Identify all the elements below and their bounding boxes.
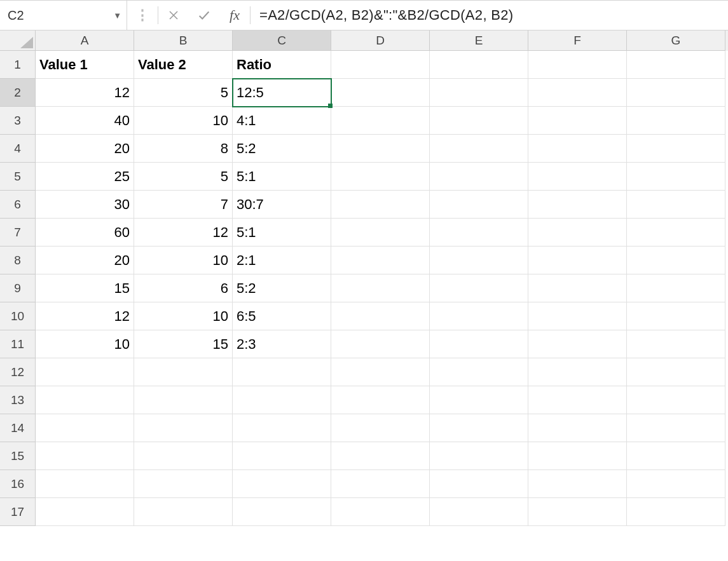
cell-B13[interactable]: [134, 386, 233, 414]
cell-C6[interactable]: 30:7: [233, 191, 331, 219]
cell-E5[interactable]: [430, 163, 528, 191]
cell-G8[interactable]: [627, 247, 725, 274]
cell-D16[interactable]: [331, 470, 430, 498]
cell-G12[interactable]: [627, 358, 725, 386]
cell-B2[interactable]: 5: [134, 79, 233, 107]
cell-B14[interactable]: [134, 414, 233, 442]
cell-F3[interactable]: [528, 107, 627, 135]
row-header-12[interactable]: 12: [0, 358, 36, 386]
cell-A1[interactable]: Value 1: [36, 51, 134, 79]
cell-E2[interactable]: [430, 79, 528, 107]
cell-A10[interactable]: 12: [36, 302, 134, 330]
cell-E12[interactable]: [430, 358, 528, 386]
cell-A3[interactable]: 40: [36, 107, 134, 135]
cell-F4[interactable]: [528, 135, 627, 163]
cell-E13[interactable]: [430, 386, 528, 414]
row-header-16[interactable]: 16: [0, 470, 36, 498]
cell-G4[interactable]: [627, 135, 725, 163]
cell-E14[interactable]: [430, 414, 528, 442]
cell-A15[interactable]: [36, 442, 134, 470]
cell-G17[interactable]: [627, 498, 725, 526]
cell-C4[interactable]: 5:2: [233, 135, 331, 163]
name-box[interactable]: C2 ▼: [0, 1, 127, 30]
cell-D1[interactable]: [331, 51, 430, 79]
cell-F1[interactable]: [528, 51, 627, 79]
cell-F15[interactable]: [528, 442, 627, 470]
cell-B7[interactable]: 12: [134, 219, 233, 247]
cell-F7[interactable]: [528, 219, 627, 247]
column-header-E[interactable]: E: [430, 30, 528, 51]
cell-E8[interactable]: [430, 247, 528, 274]
cell-C17[interactable]: [233, 498, 331, 526]
cell-C16[interactable]: [233, 470, 331, 498]
row-header-9[interactable]: 9: [0, 274, 36, 302]
cell-G11[interactable]: [627, 330, 725, 358]
cell-E15[interactable]: [430, 442, 528, 470]
cell-A9[interactable]: 15: [36, 274, 134, 302]
cell-G9[interactable]: [627, 274, 725, 302]
cell-F8[interactable]: [528, 247, 627, 274]
cell-B10[interactable]: 10: [134, 302, 233, 330]
cell-G7[interactable]: [627, 219, 725, 247]
cell-D7[interactable]: [331, 219, 430, 247]
cell-B15[interactable]: [134, 442, 233, 470]
column-header-C[interactable]: C: [233, 30, 331, 51]
chevron-down-icon[interactable]: ▼: [113, 11, 121, 20]
fx-icon[interactable]: fx: [219, 1, 250, 30]
cell-A17[interactable]: [36, 498, 134, 526]
cell-G13[interactable]: [627, 386, 725, 414]
enter-button[interactable]: [189, 1, 219, 30]
row-header-14[interactable]: 14: [0, 414, 36, 442]
cell-A12[interactable]: [36, 358, 134, 386]
cell-F10[interactable]: [528, 302, 627, 330]
cell-C12[interactable]: [233, 358, 331, 386]
cell-B8[interactable]: 10: [134, 247, 233, 274]
cancel-button[interactable]: [158, 1, 189, 30]
cell-G15[interactable]: [627, 442, 725, 470]
row-header-15[interactable]: 15: [0, 442, 36, 470]
cell-F12[interactable]: [528, 358, 627, 386]
row-header-11[interactable]: 11: [0, 330, 36, 358]
row-header-7[interactable]: 7: [0, 219, 36, 247]
cell-D9[interactable]: [331, 274, 430, 302]
row-header-5[interactable]: 5: [0, 163, 36, 191]
cell-D17[interactable]: [331, 498, 430, 526]
column-header-B[interactable]: B: [134, 30, 233, 51]
cell-A14[interactable]: [36, 414, 134, 442]
cell-F5[interactable]: [528, 163, 627, 191]
cell-D4[interactable]: [331, 135, 430, 163]
row-header-17[interactable]: 17: [0, 498, 36, 526]
row-header-4[interactable]: 4: [0, 135, 36, 163]
cell-C1[interactable]: Ratio: [233, 51, 331, 79]
column-header-D[interactable]: D: [331, 30, 430, 51]
cell-C8[interactable]: 2:1: [233, 247, 331, 274]
cell-B17[interactable]: [134, 498, 233, 526]
cell-D12[interactable]: [331, 358, 430, 386]
cell-D3[interactable]: [331, 107, 430, 135]
cell-D13[interactable]: [331, 386, 430, 414]
cell-D15[interactable]: [331, 442, 430, 470]
cell-A11[interactable]: 10: [36, 330, 134, 358]
cell-D10[interactable]: [331, 302, 430, 330]
cell-A4[interactable]: 20: [36, 135, 134, 163]
cell-E16[interactable]: [430, 470, 528, 498]
row-header-10[interactable]: 10: [0, 302, 36, 330]
cell-D14[interactable]: [331, 414, 430, 442]
cell-E6[interactable]: [430, 191, 528, 219]
cell-F16[interactable]: [528, 470, 627, 498]
cell-E10[interactable]: [430, 302, 528, 330]
ellipsis-icon[interactable]: ⋮: [127, 1, 158, 30]
cell-A8[interactable]: 20: [36, 247, 134, 274]
cell-G14[interactable]: [627, 414, 725, 442]
column-header-F[interactable]: F: [528, 30, 627, 51]
cell-C7[interactable]: 5:1: [233, 219, 331, 247]
cell-D8[interactable]: [331, 247, 430, 274]
cell-F9[interactable]: [528, 274, 627, 302]
select-all-triangle[interactable]: [0, 30, 36, 51]
column-header-A[interactable]: A: [36, 30, 134, 51]
cell-E1[interactable]: [430, 51, 528, 79]
cell-B6[interactable]: 7: [134, 191, 233, 219]
row-header-8[interactable]: 8: [0, 247, 36, 274]
column-header-G[interactable]: G: [627, 30, 725, 51]
row-header-6[interactable]: 6: [0, 191, 36, 219]
